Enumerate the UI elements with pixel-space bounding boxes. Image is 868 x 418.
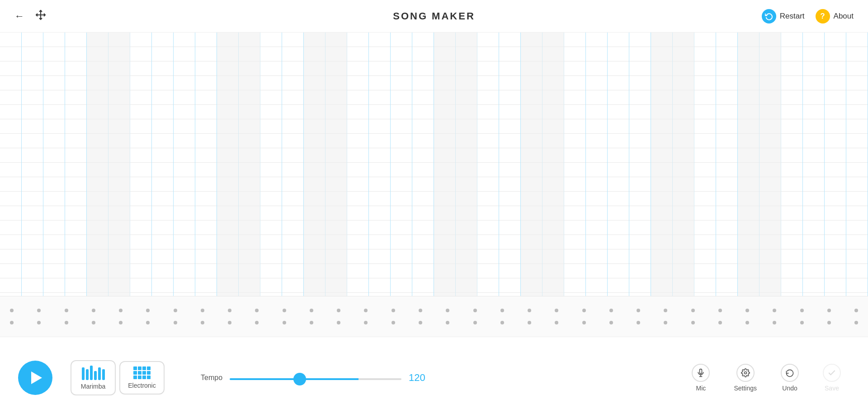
perc-dot[interactable] [255,309,259,312]
perc-dot[interactable] [528,321,531,324]
perc-dot[interactable] [255,321,259,324]
perc-dot[interactable] [201,309,204,312]
perc-dot[interactable] [174,321,177,324]
perc-dot[interactable] [664,309,667,312]
perc-dot[interactable] [310,309,313,312]
perc-dot[interactable] [446,309,449,312]
grid-area[interactable] [0,33,868,337]
perc-dot[interactable] [473,309,477,312]
perc-dot[interactable] [228,309,231,312]
restart-button[interactable]: Restart [762,9,805,23]
header-right: Restart ? About [762,9,854,23]
perc-dot[interactable] [228,321,231,324]
settings-label: Settings [734,385,757,392]
perc-dot[interactable] [65,321,68,324]
perc-dot[interactable] [609,309,613,312]
electronic-button[interactable]: Electronic [119,361,165,395]
perc-dot[interactable] [773,309,776,312]
perc-dot[interactable] [174,309,177,312]
perc-dot[interactable] [691,309,695,312]
perc-dot[interactable] [718,309,722,312]
save-label: Save [825,385,839,392]
perc-dot[interactable] [555,321,558,324]
perc-dot[interactable] [146,321,150,324]
perc-dot[interactable] [609,321,613,324]
beat-shade [434,33,477,296]
svg-point-3 [744,371,746,374]
perc-dot[interactable] [473,321,477,324]
perc-dot[interactable] [854,309,858,312]
perc-dot[interactable] [500,321,504,324]
perc-dot[interactable] [800,321,804,324]
tempo-label: Tempo [201,374,222,382]
perc-dot[interactable] [92,309,95,312]
tempo-slider[interactable] [230,378,401,380]
mic-button[interactable]: Mic [680,359,721,396]
perc-dot[interactable] [718,321,722,324]
mic-label: Mic [696,385,706,392]
beat-shade [738,33,781,296]
marimba-icon [82,366,105,380]
perc-dot[interactable] [10,321,14,324]
perc-dot[interactable] [146,309,150,312]
move-button[interactable] [35,9,46,23]
perc-dot[interactable] [283,309,286,312]
perc-dot[interactable] [92,321,95,324]
perc-dot[interactable] [337,309,340,312]
melody-grid[interactable] [0,33,868,296]
settings-button[interactable]: Settings [725,359,766,396]
percussion-row-1 [0,309,868,312]
perc-dot[interactable] [637,321,640,324]
percussion-row-2 [0,321,868,324]
perc-dot[interactable] [555,309,558,312]
perc-dot[interactable] [119,321,123,324]
perc-dot[interactable] [364,321,368,324]
perc-dot[interactable] [582,321,586,324]
perc-dot[interactable] [854,321,858,324]
back-button[interactable]: ← [14,10,24,22]
perc-dot[interactable] [745,309,749,312]
perc-dot[interactable] [691,321,695,324]
perc-dot[interactable] [283,321,286,324]
perc-dot[interactable] [419,321,422,324]
beat-shade [217,33,260,296]
perc-dot[interactable] [65,309,68,312]
perc-dot[interactable] [419,309,422,312]
marimba-button[interactable]: Marimba [71,360,116,395]
perc-dot[interactable] [364,309,368,312]
perc-dot[interactable] [310,321,313,324]
beat-shade [521,33,564,296]
perc-dot[interactable] [528,309,531,312]
undo-button[interactable]: Undo [769,359,810,396]
perc-dot[interactable] [500,309,504,312]
perc-dot[interactable] [582,309,586,312]
perc-dot[interactable] [637,309,640,312]
bottom-bar: Marimba Electronic Tempo [0,337,868,418]
perc-dot[interactable] [800,309,804,312]
perc-dot[interactable] [201,321,204,324]
perc-dot[interactable] [745,321,749,324]
save-button[interactable]: Save [814,359,850,396]
header-left: ← [14,9,46,23]
undo-label: Undo [782,385,797,392]
perc-dot[interactable] [446,321,449,324]
restart-icon [762,9,776,23]
right-tools: Mic Settings Undo [680,359,850,396]
perc-dot[interactable] [119,309,123,312]
perc-dot[interactable] [392,321,395,324]
perc-dot[interactable] [337,321,340,324]
electronic-label: Electronic [128,382,156,389]
perc-dot[interactable] [37,309,41,312]
perc-dot[interactable] [37,321,41,324]
grid-canvas[interactable] [0,33,868,337]
perc-dot[interactable] [392,309,395,312]
perc-dot[interactable] [827,321,831,324]
perc-dot[interactable] [773,321,776,324]
about-button[interactable]: ? About [816,9,854,23]
percussion-area[interactable] [0,296,868,337]
play-icon [31,371,42,384]
perc-dot[interactable] [664,321,667,324]
perc-dot[interactable] [827,309,831,312]
perc-dot[interactable] [10,309,14,312]
play-button[interactable] [18,361,52,395]
